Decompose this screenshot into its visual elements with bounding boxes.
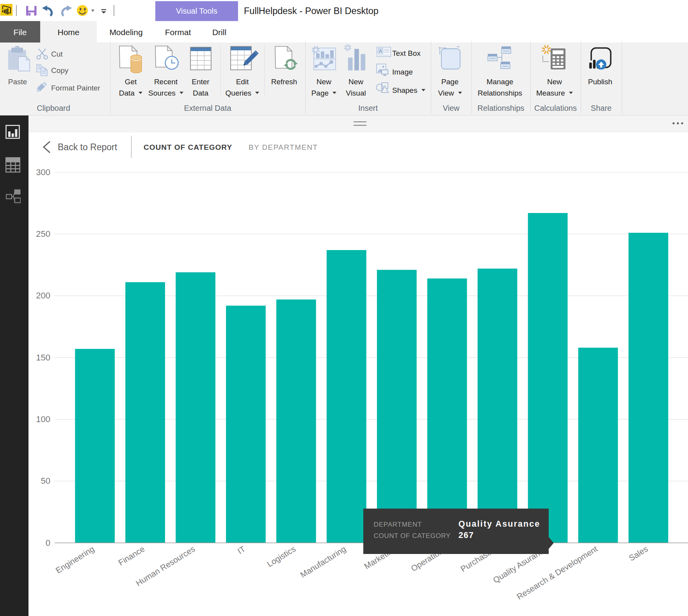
svg-text:250: 250 bbox=[36, 229, 50, 239]
svg-text:Finance: Finance bbox=[117, 544, 146, 567]
svg-text:300: 300 bbox=[36, 167, 50, 177]
svg-text:267: 267 bbox=[459, 531, 474, 540]
svg-text:50: 50 bbox=[41, 476, 50, 486]
svg-text:DEPARTMENT: DEPARTMENT bbox=[374, 521, 422, 528]
svg-text:Engineering: Engineering bbox=[54, 544, 96, 575]
svg-text:Sales: Sales bbox=[627, 544, 649, 563]
svg-text:200: 200 bbox=[36, 291, 50, 300]
svg-text:100: 100 bbox=[36, 414, 50, 424]
svg-text:Quality Asurance: Quality Asurance bbox=[459, 519, 540, 529]
svg-text:Logistics: Logistics bbox=[265, 544, 297, 569]
svg-text:A: A bbox=[379, 48, 382, 54]
svg-text:0: 0 bbox=[46, 538, 50, 548]
svg-text:IT: IT bbox=[236, 544, 247, 556]
svg-text:150: 150 bbox=[36, 353, 50, 362]
svg-text:COUNT OF CATEGORY: COUNT OF CATEGORY bbox=[374, 532, 451, 540]
svg-text:Manufacturing: Manufacturing bbox=[299, 544, 347, 579]
